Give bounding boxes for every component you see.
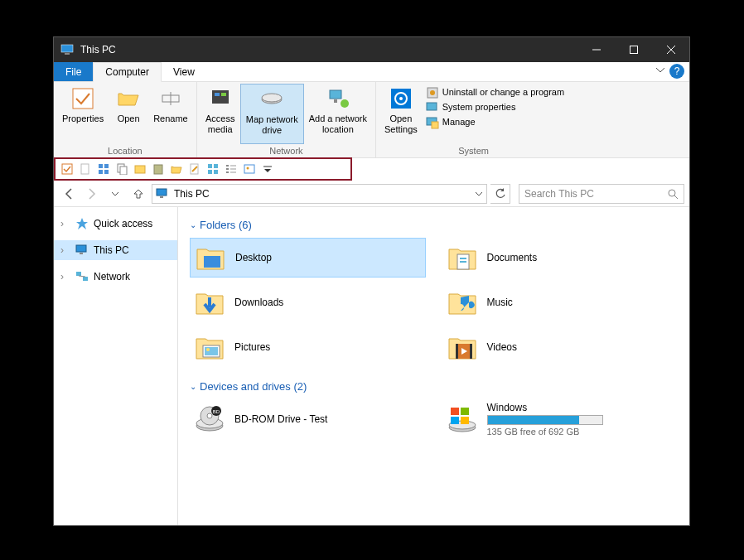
refresh-button[interactable] bbox=[490, 184, 510, 204]
svg-point-64 bbox=[206, 348, 210, 351]
pictures-folder-icon bbox=[193, 331, 226, 364]
explorer-window: This PC File Computer View ? Properties … bbox=[53, 36, 690, 526]
folders-grid: Desktop Documents Downloads Music Pictur… bbox=[190, 238, 678, 367]
uninstall-program-button[interactable]: Uninstall or change a program bbox=[423, 85, 568, 100]
svg-rect-66 bbox=[456, 344, 458, 359]
drive-usage-bar bbox=[487, 415, 603, 425]
svg-rect-0 bbox=[61, 45, 73, 52]
up-button[interactable] bbox=[128, 184, 148, 204]
recent-dropdown[interactable] bbox=[105, 184, 125, 204]
svg-rect-29 bbox=[99, 170, 103, 174]
properties-button[interactable]: Properties bbox=[57, 84, 109, 144]
svg-rect-25 bbox=[62, 164, 72, 174]
svg-rect-30 bbox=[104, 170, 109, 174]
drive-free-text: 135 GB free of 692 GB bbox=[487, 427, 603, 437]
close-button[interactable] bbox=[652, 37, 689, 62]
navigation-pane: › Quick access › This PC › Network bbox=[54, 207, 178, 525]
drive-bdrom[interactable]: BD BD-ROM Drive - Test bbox=[190, 399, 426, 439]
qat-newfolder-icon[interactable] bbox=[133, 162, 147, 176]
svg-rect-26 bbox=[81, 164, 89, 174]
svg-rect-55 bbox=[76, 272, 81, 276]
sidebar-item-quick-access[interactable]: › Quick access bbox=[54, 214, 177, 234]
address-dropdown-icon[interactable] bbox=[475, 190, 483, 198]
drive-windows[interactable]: Windows 135 GB free of 692 GB bbox=[442, 399, 679, 439]
qat-details-icon[interactable] bbox=[225, 162, 238, 176]
folder-downloads[interactable]: Downloads bbox=[190, 282, 426, 322]
maximize-button[interactable] bbox=[615, 37, 652, 62]
videos-folder-icon bbox=[446, 331, 479, 364]
group-label-location: Location bbox=[57, 144, 193, 157]
folder-desktop[interactable]: Desktop bbox=[190, 238, 426, 278]
search-icon bbox=[667, 188, 679, 200]
folder-documents[interactable]: Documents bbox=[442, 238, 679, 278]
help-button[interactable]: ? bbox=[669, 64, 684, 79]
map-network-drive-button[interactable]: Map network drive bbox=[240, 84, 304, 144]
collapse-ribbon-icon[interactable] bbox=[656, 65, 664, 74]
sidebar-item-network[interactable]: › Network bbox=[54, 267, 177, 287]
manage-button[interactable]: Manage bbox=[423, 115, 568, 130]
svg-rect-76 bbox=[451, 408, 459, 415]
folder-music[interactable]: Music bbox=[442, 282, 679, 322]
manage-icon bbox=[426, 116, 439, 129]
add-network-location-button[interactable]: Add a network location bbox=[304, 84, 372, 144]
svg-rect-10 bbox=[215, 93, 220, 96]
svg-rect-28 bbox=[104, 164, 109, 168]
search-box[interactable]: Search This PC bbox=[519, 184, 684, 204]
svg-rect-33 bbox=[135, 166, 145, 173]
svg-rect-9 bbox=[212, 90, 229, 104]
qat-open-icon[interactable] bbox=[170, 162, 183, 176]
downloads-folder-icon bbox=[193, 286, 226, 319]
sidebar-item-this-pc[interactable]: › This PC bbox=[54, 240, 177, 260]
svg-text:BD: BD bbox=[213, 409, 220, 414]
open-button[interactable]: Open bbox=[109, 84, 148, 144]
system-props-icon bbox=[426, 101, 439, 114]
svg-rect-56 bbox=[83, 277, 88, 281]
open-settings-button[interactable]: Open Settings bbox=[379, 84, 423, 144]
section-folders-header[interactable]: ⌄ Folders (6) bbox=[190, 219, 678, 231]
body: › Quick access › This PC › Network ⌄ Fol… bbox=[54, 207, 689, 525]
access-media-button[interactable]: Access media bbox=[200, 84, 240, 144]
star-icon bbox=[75, 217, 89, 230]
back-button[interactable] bbox=[59, 184, 79, 204]
svg-rect-14 bbox=[330, 90, 341, 99]
qat-newfile-icon[interactable] bbox=[79, 162, 92, 176]
svg-line-52 bbox=[674, 196, 678, 199]
system-properties-button[interactable]: System properties bbox=[423, 100, 568, 115]
svg-rect-11 bbox=[221, 93, 226, 96]
address-bar[interactable]: This PC bbox=[152, 184, 487, 204]
qat-properties-icon[interactable] bbox=[60, 162, 74, 176]
svg-rect-24 bbox=[432, 122, 438, 128]
settings-icon bbox=[388, 85, 414, 112]
svg-point-21 bbox=[430, 90, 435, 95]
folder-pictures[interactable]: Pictures bbox=[190, 327, 426, 367]
section-devices-header[interactable]: ⌄ Devices and drives (2) bbox=[190, 380, 678, 393]
this-pc-icon bbox=[75, 244, 89, 257]
tab-computer[interactable]: Computer bbox=[93, 62, 162, 82]
qat-panes-icon[interactable] bbox=[97, 162, 110, 176]
qat-largeicons-icon[interactable] bbox=[206, 162, 220, 176]
svg-point-71 bbox=[207, 413, 212, 418]
address-text: This PC bbox=[174, 188, 210, 200]
bdrom-drive-icon: BD bbox=[193, 403, 226, 436]
svg-rect-15 bbox=[334, 99, 337, 103]
svg-rect-53 bbox=[76, 245, 86, 252]
ribbon-group-system: Open Settings Uninstall or change a prog… bbox=[376, 82, 571, 157]
svg-rect-67 bbox=[470, 344, 472, 359]
forward-button[interactable] bbox=[82, 184, 102, 204]
tab-file[interactable]: File bbox=[54, 62, 93, 81]
svg-rect-78 bbox=[451, 417, 459, 424]
qat-edit-icon[interactable] bbox=[188, 162, 201, 176]
qat-copy-icon[interactable] bbox=[115, 162, 128, 176]
minimize-button[interactable] bbox=[577, 37, 615, 62]
group-label-system: System bbox=[379, 144, 568, 157]
rename-button[interactable]: Rename bbox=[148, 84, 193, 144]
qat-customize-icon[interactable] bbox=[261, 162, 274, 176]
tab-view[interactable]: View bbox=[162, 62, 206, 81]
drive-name: Windows bbox=[487, 402, 603, 413]
folder-videos[interactable]: Videos bbox=[442, 327, 679, 367]
this-pc-icon bbox=[60, 43, 74, 56]
qat-picture-icon[interactable] bbox=[243, 162, 256, 176]
search-placeholder: Search This PC bbox=[524, 188, 594, 200]
qat-paste-icon[interactable] bbox=[152, 162, 165, 176]
desktop-folder-icon bbox=[194, 241, 227, 274]
